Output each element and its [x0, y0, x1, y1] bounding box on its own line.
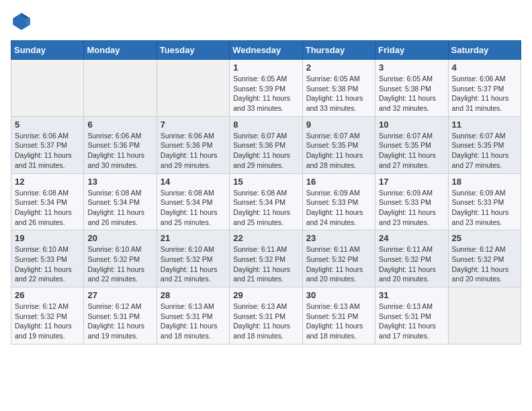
day-info: Sunrise: 6:13 AM Sunset: 5:31 PM Dayligh…	[233, 302, 298, 341]
day-cell: 16Sunrise: 6:09 AM Sunset: 5:33 PM Dayli…	[302, 173, 375, 230]
day-info: Sunrise: 6:06 AM Sunset: 5:37 PM Dayligh…	[15, 131, 80, 171]
day-cell	[84, 60, 157, 117]
day-number: 8	[233, 120, 298, 130]
day-cell: 7Sunrise: 6:06 AM Sunset: 5:36 PM Daylig…	[157, 116, 229, 173]
day-cell: 20Sunrise: 6:10 AM Sunset: 5:32 PM Dayli…	[84, 230, 157, 287]
day-number: 5	[15, 120, 80, 130]
header-cell-tuesday: Tuesday	[157, 41, 229, 60]
week-row-1: 1Sunrise: 6:05 AM Sunset: 5:39 PM Daylig…	[11, 60, 521, 117]
day-info: Sunrise: 6:06 AM Sunset: 5:36 PM Dayligh…	[161, 131, 226, 171]
day-cell: 3Sunrise: 6:05 AM Sunset: 5:38 PM Daylig…	[375, 60, 448, 117]
calendar-table: SundayMondayTuesdayWednesdayThursdayFrid…	[11, 40, 521, 345]
day-number: 2	[306, 62, 371, 73]
day-info: Sunrise: 6:10 AM Sunset: 5:33 PM Dayligh…	[15, 244, 80, 284]
week-row-4: 19Sunrise: 6:10 AM Sunset: 5:33 PM Dayli…	[11, 230, 521, 287]
day-number: 14	[161, 177, 226, 187]
day-info: Sunrise: 6:12 AM Sunset: 5:32 PM Dayligh…	[452, 244, 517, 284]
header-cell-friday: Friday	[375, 41, 448, 60]
day-cell: 25Sunrise: 6:12 AM Sunset: 5:32 PM Dayli…	[448, 230, 521, 287]
page-header	[11, 11, 521, 32]
day-number: 29	[233, 290, 298, 300]
week-row-3: 12Sunrise: 6:08 AM Sunset: 5:34 PM Dayli…	[11, 173, 521, 230]
day-info: Sunrise: 6:13 AM Sunset: 5:31 PM Dayligh…	[161, 302, 226, 341]
day-number: 19	[15, 233, 80, 243]
calendar-header: SundayMondayTuesdayWednesdayThursdayFrid…	[11, 41, 521, 60]
day-cell: 28Sunrise: 6:13 AM Sunset: 5:31 PM Dayli…	[157, 287, 229, 345]
day-cell: 26Sunrise: 6:12 AM Sunset: 5:32 PM Dayli…	[11, 287, 84, 345]
day-cell: 8Sunrise: 6:07 AM Sunset: 5:36 PM Daylig…	[230, 116, 302, 173]
day-number: 3	[379, 62, 444, 73]
day-cell: 13Sunrise: 6:08 AM Sunset: 5:34 PM Dayli…	[84, 173, 157, 230]
week-row-2: 5Sunrise: 6:06 AM Sunset: 5:37 PM Daylig…	[11, 116, 521, 173]
day-info: Sunrise: 6:11 AM Sunset: 5:32 PM Dayligh…	[306, 244, 371, 284]
header-cell-sunday: Sunday	[11, 41, 84, 60]
day-cell: 30Sunrise: 6:13 AM Sunset: 5:31 PM Dayli…	[302, 287, 375, 345]
day-info: Sunrise: 6:09 AM Sunset: 5:33 PM Dayligh…	[452, 188, 517, 228]
day-number: 26	[15, 290, 80, 300]
day-info: Sunrise: 6:07 AM Sunset: 5:35 PM Dayligh…	[306, 131, 371, 171]
day-info: Sunrise: 6:11 AM Sunset: 5:32 PM Dayligh…	[233, 244, 298, 284]
day-cell	[157, 60, 229, 117]
day-info: Sunrise: 6:06 AM Sunset: 5:37 PM Dayligh…	[452, 74, 517, 113]
day-cell: 2Sunrise: 6:05 AM Sunset: 5:38 PM Daylig…	[302, 60, 375, 117]
day-cell: 14Sunrise: 6:08 AM Sunset: 5:34 PM Dayli…	[157, 173, 229, 230]
day-info: Sunrise: 6:11 AM Sunset: 5:32 PM Dayligh…	[379, 244, 444, 284]
day-cell: 31Sunrise: 6:13 AM Sunset: 5:31 PM Dayli…	[375, 287, 448, 345]
day-number: 4	[452, 62, 517, 73]
day-number: 9	[306, 120, 371, 130]
day-cell: 27Sunrise: 6:12 AM Sunset: 5:31 PM Dayli…	[84, 287, 157, 345]
day-number: 30	[306, 290, 371, 300]
day-number: 18	[452, 177, 517, 187]
day-number: 28	[161, 290, 226, 300]
day-number: 16	[306, 177, 371, 187]
logo	[11, 11, 35, 32]
calendar-body: 1Sunrise: 6:05 AM Sunset: 5:39 PM Daylig…	[11, 60, 521, 345]
day-number: 11	[452, 120, 517, 130]
day-number: 22	[233, 233, 298, 243]
day-info: Sunrise: 6:08 AM Sunset: 5:34 PM Dayligh…	[15, 188, 80, 228]
day-cell: 10Sunrise: 6:07 AM Sunset: 5:35 PM Dayli…	[375, 116, 448, 173]
week-row-5: 26Sunrise: 6:12 AM Sunset: 5:32 PM Dayli…	[11, 287, 521, 345]
day-number: 24	[379, 233, 444, 243]
day-number: 10	[379, 120, 444, 130]
day-number: 25	[452, 233, 517, 243]
day-number: 7	[161, 120, 226, 130]
day-cell: 9Sunrise: 6:07 AM Sunset: 5:35 PM Daylig…	[302, 116, 375, 173]
day-info: Sunrise: 6:12 AM Sunset: 5:31 PM Dayligh…	[87, 302, 152, 341]
day-info: Sunrise: 6:09 AM Sunset: 5:33 PM Dayligh…	[379, 188, 444, 228]
day-number: 6	[87, 120, 152, 130]
day-info: Sunrise: 6:07 AM Sunset: 5:35 PM Dayligh…	[452, 131, 517, 171]
day-info: Sunrise: 6:08 AM Sunset: 5:34 PM Dayligh…	[161, 188, 226, 228]
day-info: Sunrise: 6:06 AM Sunset: 5:36 PM Dayligh…	[87, 131, 152, 171]
header-row: SundayMondayTuesdayWednesdayThursdayFrid…	[11, 41, 521, 60]
day-cell: 1Sunrise: 6:05 AM Sunset: 5:39 PM Daylig…	[230, 60, 302, 117]
day-cell: 22Sunrise: 6:11 AM Sunset: 5:32 PM Dayli…	[230, 230, 302, 287]
day-info: Sunrise: 6:07 AM Sunset: 5:35 PM Dayligh…	[379, 131, 444, 171]
day-info: Sunrise: 6:13 AM Sunset: 5:31 PM Dayligh…	[306, 302, 371, 341]
day-cell: 19Sunrise: 6:10 AM Sunset: 5:33 PM Dayli…	[11, 230, 84, 287]
day-cell: 11Sunrise: 6:07 AM Sunset: 5:35 PM Dayli…	[448, 116, 521, 173]
day-cell: 23Sunrise: 6:11 AM Sunset: 5:32 PM Dayli…	[302, 230, 375, 287]
day-number: 20	[87, 233, 152, 243]
header-cell-saturday: Saturday	[448, 41, 521, 60]
day-cell	[11, 60, 84, 117]
day-info: Sunrise: 6:13 AM Sunset: 5:31 PM Dayligh…	[379, 302, 444, 341]
day-info: Sunrise: 6:07 AM Sunset: 5:36 PM Dayligh…	[233, 131, 298, 171]
day-number: 1	[233, 62, 298, 73]
day-number: 21	[161, 233, 226, 243]
day-info: Sunrise: 6:10 AM Sunset: 5:32 PM Dayligh…	[161, 244, 226, 284]
day-cell: 15Sunrise: 6:08 AM Sunset: 5:34 PM Dayli…	[230, 173, 302, 230]
day-cell	[448, 287, 521, 345]
day-cell: 21Sunrise: 6:10 AM Sunset: 5:32 PM Dayli…	[157, 230, 229, 287]
day-cell: 12Sunrise: 6:08 AM Sunset: 5:34 PM Dayli…	[11, 173, 84, 230]
day-number: 17	[379, 177, 444, 187]
day-number: 15	[233, 177, 298, 187]
day-info: Sunrise: 6:09 AM Sunset: 5:33 PM Dayligh…	[306, 188, 371, 228]
day-info: Sunrise: 6:10 AM Sunset: 5:32 PM Dayligh…	[87, 244, 152, 284]
day-info: Sunrise: 6:05 AM Sunset: 5:38 PM Dayligh…	[379, 74, 444, 113]
day-info: Sunrise: 6:05 AM Sunset: 5:38 PM Dayligh…	[306, 74, 371, 113]
day-number: 13	[87, 177, 152, 187]
day-cell: 4Sunrise: 6:06 AM Sunset: 5:37 PM Daylig…	[448, 60, 521, 117]
logo-icon	[11, 11, 32, 32]
day-cell: 17Sunrise: 6:09 AM Sunset: 5:33 PM Dayli…	[375, 173, 448, 230]
